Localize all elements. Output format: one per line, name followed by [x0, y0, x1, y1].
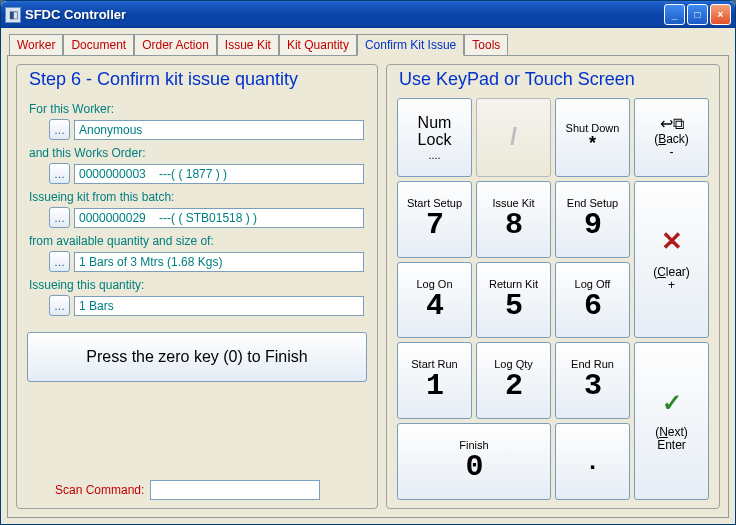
- scan-row: Scan Command:: [55, 462, 367, 500]
- tab-tools[interactable]: Tools: [464, 34, 508, 55]
- key-back[interactable]: ↩⧉ (Back) -: [634, 98, 709, 177]
- key-3[interactable]: End Run 3: [555, 342, 630, 419]
- key-9[interactable]: End Setup 9: [555, 181, 630, 258]
- worker-label: For this Worker:: [29, 102, 367, 116]
- works-order-field[interactable]: [74, 164, 364, 184]
- scan-command-input[interactable]: [150, 480, 320, 500]
- key-1[interactable]: Start Run 1: [397, 342, 472, 419]
- finish-button-label: Press the zero key (0) to Finish: [86, 348, 307, 366]
- batch-label: Issueing kit from this batch:: [29, 190, 367, 204]
- key-numlock[interactable]: Num Lock ....: [397, 98, 472, 177]
- confirm-panel: Step 6 - Confirm kit issue quantity For …: [16, 64, 378, 509]
- app-window: ◧ SFDC Controller _ □ × Worker Document …: [0, 0, 736, 525]
- batch-ellipsis-button[interactable]: …: [49, 207, 70, 228]
- key-6[interactable]: Log Off 6: [555, 262, 630, 339]
- worker-ellipsis-button[interactable]: …: [49, 119, 70, 140]
- available-label: from available quantity and size of:: [29, 234, 367, 248]
- window-buttons: _ □ ×: [664, 4, 731, 25]
- tab-document[interactable]: Document: [63, 34, 134, 55]
- key-4[interactable]: Log On 4: [397, 262, 472, 339]
- key-8[interactable]: Issue Kit 8: [476, 181, 551, 258]
- maximize-button[interactable]: □: [687, 4, 708, 25]
- key-0[interactable]: Finish 0: [397, 423, 551, 500]
- key-divide[interactable]: /: [476, 98, 551, 177]
- tab-page: Step 6 - Confirm kit issue quantity For …: [7, 55, 729, 518]
- tab-kit-quantity[interactable]: Kit Quantity: [279, 34, 357, 55]
- issuing-qty-label: Issueing this quantity:: [29, 278, 367, 292]
- back-icon: ↩⧉: [660, 115, 684, 133]
- key-clear[interactable]: ✕ (Clear) +: [634, 181, 709, 339]
- available-field[interactable]: [74, 252, 364, 272]
- key-7[interactable]: Start Setup 7: [397, 181, 472, 258]
- available-ellipsis-button[interactable]: …: [49, 251, 70, 272]
- minimize-button[interactable]: _: [664, 4, 685, 25]
- finish-button[interactable]: Press the zero key (0) to Finish: [27, 332, 367, 382]
- batch-field[interactable]: [74, 208, 364, 228]
- issuing-qty-field[interactable]: [74, 296, 364, 316]
- confirm-title: Step 6 - Confirm kit issue quantity: [29, 69, 367, 90]
- keypad-panel: Use KeyPad or Touch Screen Num Lock ....…: [386, 64, 720, 509]
- check-icon: ✓: [662, 390, 682, 416]
- key-5[interactable]: Return Kit 5: [476, 262, 551, 339]
- app-icon: ◧: [5, 7, 21, 23]
- window-title: SFDC Controller: [25, 7, 664, 22]
- close-button[interactable]: ×: [710, 4, 731, 25]
- scan-label: Scan Command:: [55, 483, 144, 497]
- issuing-qty-ellipsis-button[interactable]: …: [49, 295, 70, 316]
- works-order-ellipsis-button[interactable]: …: [49, 163, 70, 184]
- client-area: Worker Document Order Action Issue Kit K…: [1, 28, 735, 524]
- tab-issue-kit[interactable]: Issue Kit: [217, 34, 279, 55]
- keypad: Num Lock .... / Shut Down * ↩⧉ (Back) -: [397, 98, 709, 500]
- tab-strip: Worker Document Order Action Issue Kit K…: [7, 34, 729, 55]
- title-bar: ◧ SFDC Controller _ □ ×: [1, 1, 735, 28]
- tab-order-action[interactable]: Order Action: [134, 34, 217, 55]
- tab-confirm-kit-issue[interactable]: Confirm Kit Issue: [357, 34, 464, 56]
- key-shutdown[interactable]: Shut Down *: [555, 98, 630, 177]
- keypad-title: Use KeyPad or Touch Screen: [399, 69, 709, 90]
- worker-field[interactable]: [74, 120, 364, 140]
- works-order-label: and this Works Order:: [29, 146, 367, 160]
- key-2[interactable]: Log Qty 2: [476, 342, 551, 419]
- key-dot[interactable]: .: [555, 423, 630, 500]
- key-next[interactable]: ✓ (Next) Enter: [634, 342, 709, 500]
- clear-icon: ✕: [661, 227, 683, 256]
- tab-worker[interactable]: Worker: [9, 34, 63, 55]
